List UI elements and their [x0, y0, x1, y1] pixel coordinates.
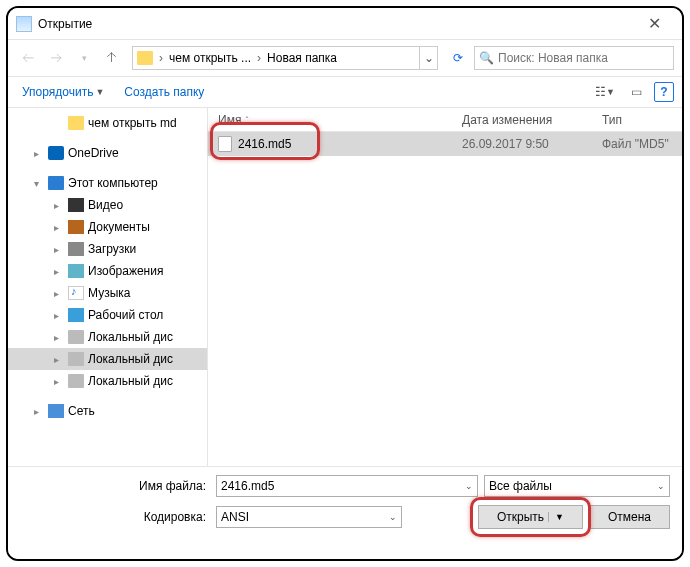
notepad-icon [16, 16, 32, 32]
column-name[interactable]: Имя ˆ [208, 113, 462, 127]
tree-item-label: Рабочий стол [88, 308, 163, 322]
forward-button[interactable]: 🡢 [44, 46, 68, 70]
tree-item[interactable]: ▸Видео [8, 194, 207, 216]
back-button[interactable]: 🡠 [16, 46, 40, 70]
file-type-filter[interactable]: Все файлы ⌄ [484, 475, 670, 497]
tree-item[interactable]: ▸Локальный дис [8, 370, 207, 392]
expand-icon[interactable]: ▸ [54, 266, 64, 277]
column-type[interactable]: Тип [602, 113, 682, 127]
file-list-pane: Имя ˆ Дата изменения Тип 2416.md526.09.2… [208, 108, 682, 466]
chevron-down-icon: ⌄ [389, 512, 397, 522]
tree-item[interactable]: ▸Сеть [8, 400, 207, 422]
cancel-button[interactable]: Отмена [589, 505, 670, 529]
open-file-dialog: Открытие ✕ 🡠 🡢 ▾ 🡡 › чем открыть ... › Н… [8, 8, 682, 559]
expand-icon[interactable]: ▸ [54, 376, 64, 387]
encoding-label: Кодировка: [20, 510, 210, 524]
tree-item-label: Изображения [88, 264, 163, 278]
titlebar: Открытие ✕ [8, 8, 682, 40]
column-date[interactable]: Дата изменения [462, 113, 602, 127]
music-icon [68, 286, 84, 300]
tree-item-label: чем открыть md [88, 116, 177, 130]
file-date: 26.09.2017 9:50 [462, 137, 602, 151]
tree-item[interactable]: чем открыть md [8, 112, 207, 134]
pc-icon [48, 176, 64, 190]
expand-icon[interactable]: ▸ [54, 354, 64, 365]
preview-pane-button[interactable]: ▭ [627, 83, 646, 101]
open-dropdown-icon[interactable]: ▼ [548, 512, 564, 522]
tree-item[interactable]: ▸Локальный дис [8, 348, 207, 370]
file-icon [218, 136, 232, 152]
expand-icon[interactable]: ▸ [54, 200, 64, 211]
search-input[interactable] [498, 51, 669, 65]
tree-item-label: Локальный дис [88, 374, 173, 388]
expand-icon[interactable]: ▸ [54, 222, 64, 233]
refresh-button[interactable]: ⟳ [446, 46, 470, 70]
onedrive-icon [48, 146, 64, 160]
filename-label: Имя файла: [20, 479, 210, 493]
bottom-panel: Имя файла: 2416.md5 ⌄ Все файлы ⌄ Кодиро… [8, 466, 682, 545]
tree-item-label: Музыка [88, 286, 130, 300]
toolbar: Упорядочить ▼ Создать папку ☷ ▼ ▭ ? [8, 76, 682, 108]
recent-dropdown[interactable]: ▾ [72, 46, 96, 70]
tree-item-label: Сеть [68, 404, 95, 418]
chevron-right-icon[interactable]: › [157, 51, 165, 65]
help-button[interactable]: ? [654, 82, 674, 102]
desktop-icon [68, 308, 84, 322]
tree-item-label: Этот компьютер [68, 176, 158, 190]
file-row[interactable]: 2416.md526.09.2017 9:50Файл "MD5" [208, 132, 682, 156]
organize-button[interactable]: Упорядочить ▼ [16, 81, 110, 103]
net-icon [48, 404, 64, 418]
tree-item-label: Загрузки [88, 242, 136, 256]
chevron-right-icon[interactable]: › [255, 51, 263, 65]
path-segment[interactable]: Новая папка [263, 47, 341, 69]
address-dropdown[interactable]: ⌄ [419, 47, 437, 69]
dl-icon [68, 242, 84, 256]
file-type: Файл "MD5" [602, 137, 682, 151]
navigation-bar: 🡠 🡢 ▾ 🡡 › чем открыть ... › Новая папка … [8, 40, 682, 76]
disk-icon [68, 352, 84, 366]
tree-item[interactable]: ▸Изображения [8, 260, 207, 282]
column-headers[interactable]: Имя ˆ Дата изменения Тип [208, 108, 682, 132]
folder-icon [137, 51, 153, 65]
disk-icon [68, 330, 84, 344]
file-name: 2416.md5 [238, 137, 291, 151]
tree-item-label: Локальный дис [88, 352, 173, 366]
new-folder-button[interactable]: Создать папку [118, 81, 210, 103]
chevron-down-icon: ⌄ [657, 481, 665, 491]
open-button[interactable]: Открыть ▼ [478, 505, 583, 529]
search-icon: 🔍 [479, 51, 494, 65]
video-icon [68, 198, 84, 212]
expand-icon[interactable]: ▸ [54, 332, 64, 343]
close-button[interactable]: ✕ [634, 10, 674, 38]
expand-icon[interactable]: ▸ [34, 148, 44, 159]
expand-icon[interactable]: ▸ [54, 244, 64, 255]
tree-item[interactable]: ▸OneDrive [8, 142, 207, 164]
pics-icon [68, 264, 84, 278]
dialog-title: Открытие [38, 17, 634, 31]
tree-item[interactable]: ▸Локальный дис [8, 326, 207, 348]
tree-item-label: Локальный дис [88, 330, 173, 344]
up-button[interactable]: 🡡 [100, 46, 124, 70]
path-segment[interactable]: чем открыть ... [165, 47, 255, 69]
tree-item[interactable]: ▸Музыка [8, 282, 207, 304]
docs-icon [68, 220, 84, 234]
tree-item-label: Документы [88, 220, 150, 234]
tree-item-label: OneDrive [68, 146, 119, 160]
view-options-button[interactable]: ☷ ▼ [591, 83, 619, 101]
tree-item[interactable]: ▸Рабочий стол [8, 304, 207, 326]
chevron-down-icon: ⌄ [465, 481, 473, 491]
expand-icon[interactable]: ▸ [34, 406, 44, 417]
tree-item[interactable]: ▸Документы [8, 216, 207, 238]
tree-item[interactable]: ▸Загрузки [8, 238, 207, 260]
expand-icon[interactable]: ▸ [54, 288, 64, 299]
disk-icon [68, 374, 84, 388]
tree-item[interactable]: ▾Этот компьютер [8, 172, 207, 194]
expand-icon[interactable]: ▸ [54, 310, 64, 321]
search-box[interactable]: 🔍 [474, 46, 674, 70]
filename-input[interactable]: 2416.md5 ⌄ [216, 475, 478, 497]
address-bar[interactable]: › чем открыть ... › Новая папка ⌄ [132, 46, 438, 70]
sort-asc-icon: ˆ [245, 115, 248, 125]
navigation-tree[interactable]: чем открыть md▸OneDrive▾Этот компьютер▸В… [8, 108, 208, 466]
expand-icon[interactable]: ▾ [34, 178, 44, 189]
encoding-select[interactable]: ANSI ⌄ [216, 506, 402, 528]
